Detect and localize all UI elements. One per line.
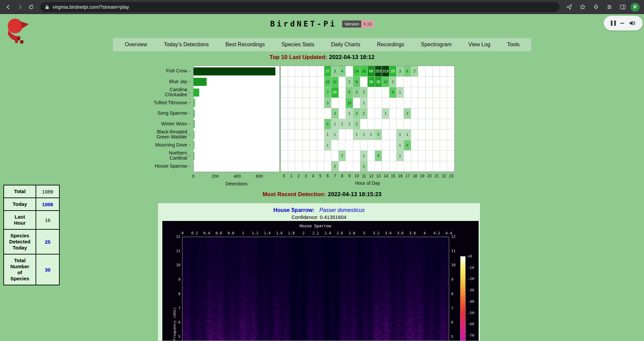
species-labels: Fish CrowBlue JayCarolina ChickadeeTufte… [124,66,191,171]
heat-cell: 68 [368,66,375,77]
forward-button[interactable] [14,1,25,13]
heat-cell [411,129,419,140]
heat-cell [295,161,303,172]
heat-cell [281,140,288,151]
species-label: Northern Cardinal [124,150,191,161]
heat-cell [331,98,339,109]
stats-table-body: Total1089Today1006Last Hour16Species Det… [4,185,59,285]
heat-cell [353,98,361,109]
heat-cell [433,161,440,172]
time-tick-label: 4.2 [433,231,440,235]
nav-item-overview[interactable]: Overview [121,40,151,49]
colorbar-tick-label: -20 [468,277,474,281]
nav-item-tools[interactable]: Tools [504,40,523,49]
stats-value[interactable]: 25 [36,229,59,254]
bar-row [194,66,279,77]
heat-cell [418,140,426,151]
heat-cell [295,98,303,109]
heat-cell [447,161,454,172]
detection-latin-link[interactable]: Passer domesticus [319,207,365,213]
pause-icon[interactable] [611,20,616,26]
stats-value[interactable]: 30 [36,254,59,285]
heat-cell [295,119,303,130]
top10-chart: Fish CrowBlue JayCarolina ChickadeeTufte… [124,66,463,190]
heat-cell: 1 [404,129,411,140]
heat-cell [433,77,440,88]
stats-row: Species Detected Today25 [4,229,59,254]
heat-cell [447,129,454,140]
heat-cell: 10 [382,77,389,88]
nav-item-daily-charts[interactable]: Daily Charts [328,40,364,49]
heat-cell [281,108,288,119]
heat-cell: 2 [360,161,368,172]
volume-icon[interactable] [629,20,636,26]
heat-cell [368,108,375,119]
spectrogram-time-ticks: 00.20.40.60.811.21.41.61.822.22.42.62.83… [162,231,479,236]
detection-bar [194,99,195,107]
heat-cell [310,129,317,140]
nav-item-today-s-detections[interactable]: Today's Detections [160,40,212,49]
bar-row [194,87,279,98]
heat-cell: 1 [368,129,375,140]
hour-tick-label: 19 [419,174,426,178]
hour-tick-label: 0 [280,174,288,178]
bar-row [194,140,279,151]
heat-cell: 10 [324,77,332,88]
heat-cell [440,87,447,98]
browser-menu-icon[interactable]: ⋮ [642,4,644,10]
heat-cell [339,161,346,172]
heat-cell [324,108,332,119]
heat-cell [360,119,368,130]
bar-tick-label: 400 [233,174,241,179]
extensions-icon[interactable] [590,1,602,13]
heat-cell: 4 [339,66,346,77]
bar-tick-label: 0 [192,174,194,179]
heat-cell [303,108,310,119]
detection-confidence: Confidence: 0.41351604 [158,214,480,220]
heat-cell [281,87,288,98]
heat-cell [389,161,397,172]
hour-tick-label: 21 [433,174,440,178]
nav-item-best-recordings[interactable]: Best Recordings [222,40,268,49]
species-label: Song Sparrow [124,108,191,119]
hour-tick-label: 4 [310,174,317,178]
nav-item-view-log[interactable]: View Log [465,40,494,49]
detection-bar [194,152,195,160]
stats-value: 16 [36,211,59,229]
back-button[interactable] [3,1,14,13]
seek-bar[interactable] [620,23,624,24]
heat-cell [339,129,346,140]
hour-tick-label: 22 [440,174,448,178]
hour-tick-label: 6 [324,174,331,178]
heat-cell [339,87,346,98]
media-controls-icon[interactable] [604,1,615,13]
send-icon[interactable] [564,1,575,13]
heat-cell [440,108,447,119]
heat-cell: 36 [368,77,375,88]
hour-tick-label: 2 [295,174,302,178]
heat-cell [375,87,382,98]
heat-cell: 2 [360,87,368,98]
nav-item-species-stats[interactable]: Species Stats [278,40,318,49]
site-title: BirdNET-Pi [270,19,336,28]
reload-button[interactable] [25,1,37,13]
heat-cell: 1 [396,129,404,140]
detection-bar [194,120,195,128]
stats-value[interactable]: 1006 [36,198,59,211]
bookmark-star-icon[interactable] [577,1,588,13]
recent-detection-heading: Most Recent Detection:2022-04-13 18:15:2… [0,191,644,198]
heat-cell [447,77,454,88]
hour-tick-label: 10 [353,174,361,178]
colorbar-tick-label: -30 [468,288,474,292]
address-bar[interactable]: virginia.birdnetpi.com/?stream=play [40,2,559,12]
profile-avatar[interactable]: P [631,3,640,12]
nav-item-spectrogram[interactable]: Spectrogram [418,40,455,49]
heat-cell [389,151,397,161]
top10-label: Top 10 Last Updated: [270,54,327,60]
detection-species-link[interactable]: House Sparrow: [273,207,315,213]
side-panel-icon[interactable] [617,1,629,13]
nav-item-recordings[interactable]: Recordings [374,40,408,49]
heat-cell [295,129,303,140]
heat-cell: 1 [360,151,368,161]
hour-tick-label: 5 [317,174,324,178]
